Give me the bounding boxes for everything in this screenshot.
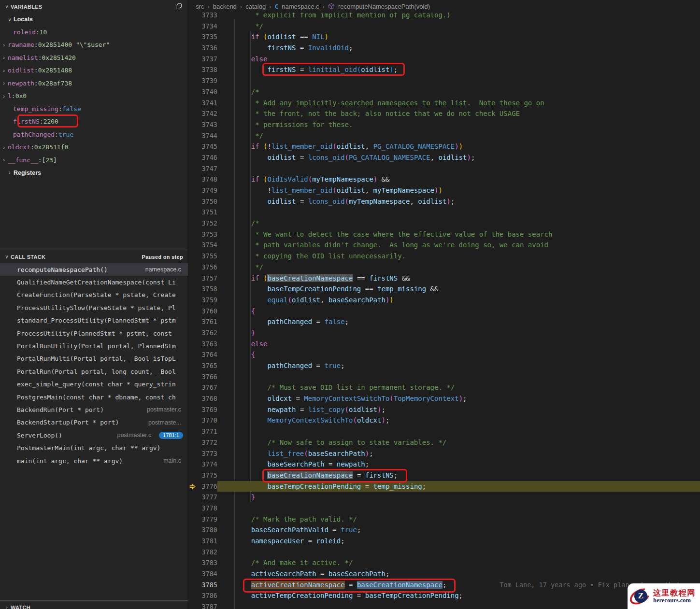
code-line[interactable]: 3762 } [188, 327, 700, 339]
line-number[interactable]: 3782 [197, 547, 217, 558]
line-number[interactable]: 3787 [197, 601, 217, 609]
variable-row[interactable]: ›__func__: [23] [0, 154, 187, 167]
code-line[interactable]: 3764 { [188, 349, 700, 360]
code-line[interactable]: 3757 if (baseCreationNamespace == firstN… [188, 273, 700, 284]
gutter[interactable] [188, 218, 197, 229]
code-line[interactable]: 3760 { [188, 306, 700, 317]
code-line[interactable]: 3778 [188, 503, 700, 514]
code-line-content[interactable]: * copying the OID list unnecessarily. [217, 251, 700, 262]
variable-row[interactable]: ›newpath: 0x28af738 [0, 77, 187, 90]
gutter[interactable] [188, 316, 197, 327]
variable-row[interactable]: temp_missing: false [0, 102, 187, 115]
code-line-content[interactable]: if (baseCreationNamespace == firstNS && [217, 273, 700, 284]
gutter[interactable] [188, 98, 197, 109]
code-line-content[interactable]: */ [217, 130, 700, 142]
code-line[interactable]: 3771 [188, 426, 700, 437]
gutter[interactable] [188, 360, 197, 371]
code-line-content[interactable]: if (!list_member_oid(oidlist, PG_CATALOG… [217, 141, 700, 152]
breadcrumb-item-file[interactable]: namespace.c [282, 3, 319, 10]
code-line[interactable]: 3773 list_free(baseSearchPath); [188, 448, 700, 459]
line-number[interactable]: 3735 [197, 31, 217, 42]
gutter[interactable] [188, 382, 197, 393]
code-line-content[interactable]: * Add any implicitly-searched namespaces… [217, 98, 700, 109]
code-line-content[interactable]: * permissions for these. [217, 119, 700, 130]
breadcrumb-item-backend[interactable]: backend [213, 3, 237, 10]
code-line[interactable]: 3743 * permissions for these. [188, 119, 700, 130]
line-number[interactable]: 3781 [197, 536, 217, 547]
code-line[interactable]: 3780 baseSearchPathValid = true; [188, 524, 700, 536]
code-line-content[interactable] [217, 163, 700, 174]
code-line[interactable]: 3738 firstNS = linitial_oid(oidlist); [188, 64, 700, 75]
code-line[interactable]: 3777 } [188, 492, 700, 503]
callstack-frame[interactable]: QualifiedNameGetCreationNamespace(const … [0, 276, 188, 288]
line-number[interactable]: 3744 [197, 130, 217, 142]
callstack-frame[interactable]: ProcessUtility(PlannedStmt * pstmt, cons… [0, 327, 188, 340]
code-line[interactable]: 3766 [188, 371, 700, 382]
code-line-content[interactable]: /* Must save OID list in permanent stora… [217, 382, 700, 393]
code-line[interactable]: 3744 */ [188, 130, 700, 142]
line-number[interactable]: 3771 [197, 426, 217, 437]
gutter[interactable] [188, 536, 197, 547]
gutter[interactable] [188, 371, 197, 382]
code-line-content[interactable]: /* Mark the path valid. */ [217, 514, 700, 525]
callstack-frame[interactable]: PortalRunMulti(Portal portal, _Bool isTo… [0, 353, 188, 365]
line-number[interactable]: 3776 [197, 481, 217, 492]
code-line[interactable]: 3767 /* Must save OID list in permanent … [188, 382, 700, 393]
code-line[interactable]: 3763 else [188, 339, 700, 350]
callstack-frame[interactable]: exec_simple_query(const char * query_str… [0, 378, 188, 391]
line-number[interactable]: 3766 [197, 371, 217, 382]
gutter[interactable] [188, 251, 197, 262]
line-number[interactable]: 3780 [197, 524, 217, 536]
gutter[interactable] [188, 119, 197, 130]
variable-row[interactable]: roleid: 10 [0, 26, 187, 39]
callstack-frame[interactable]: BackendStartup(Port * port)postmaste... [0, 416, 188, 429]
gutter[interactable] [188, 86, 197, 98]
gutter[interactable] [188, 295, 197, 306]
line-number[interactable]: 3748 [197, 174, 217, 185]
code-line-content[interactable]: } [217, 327, 700, 339]
code-line[interactable]: 3759 equal(oidlist, baseSearchPath)) [188, 295, 700, 306]
code-line-content[interactable]: } [217, 492, 700, 503]
code-line-content[interactable] [217, 207, 700, 218]
code-line[interactable]: 3761 pathChanged = false; [188, 316, 700, 327]
code-line[interactable]: 3779 /* Mark the path valid. */ [188, 514, 700, 525]
code-line-content[interactable]: else [217, 54, 700, 65]
line-number[interactable]: 3767 [197, 382, 217, 393]
callstack-frame[interactable]: recomputeNamespacePath()namespace.c [0, 263, 188, 276]
line-number[interactable]: 3756 [197, 262, 217, 273]
line-number[interactable]: 3761 [197, 316, 217, 327]
variable-row[interactable]: ›namelist: 0x2851420 [0, 51, 187, 64]
code-line-content[interactable]: * We want to detect the case where the e… [217, 229, 700, 240]
line-number[interactable]: 3752 [197, 218, 217, 229]
code-line[interactable]: 3737 else [188, 54, 700, 65]
gutter[interactable] [188, 459, 197, 470]
code-line-content[interactable] [217, 503, 700, 514]
gutter[interactable] [188, 448, 197, 459]
code-line-content[interactable] [217, 547, 700, 558]
gutter[interactable] [188, 240, 197, 251]
line-number[interactable]: 3759 [197, 295, 217, 306]
code-line[interactable]: 3785 activeCreationNamespace = baseCreat… [188, 580, 700, 591]
gutter[interactable] [188, 426, 197, 437]
line-number[interactable]: 3746 [197, 152, 217, 163]
code-line[interactable]: 3735 if (oidlist == NIL) [188, 31, 700, 42]
code-line[interactable]: 3786 activeTempCreationPending = baseTem… [188, 590, 700, 601]
code-line-content[interactable]: pathChanged = true; [217, 360, 700, 371]
line-number[interactable]: 3763 [197, 339, 217, 350]
gutter[interactable] [188, 580, 197, 591]
code-line[interactable]: 3782 [188, 547, 700, 558]
gutter[interactable] [188, 393, 197, 404]
code-line[interactable]: 3752 /* [188, 218, 700, 229]
watch-panel-header[interactable]: › WATCH [0, 601, 188, 609]
code-line[interactable]: 3781 namespaceUser = roleid; [188, 536, 700, 547]
code-line-content[interactable]: * path variables didn't change. As long … [217, 240, 700, 251]
code-line-content[interactable]: activeSearchPath = baseSearchPath; [217, 568, 700, 580]
line-number[interactable]: 3737 [197, 54, 217, 65]
code-line[interactable]: 3746 oidlist = lcons_oid(PG_CATALOG_NAME… [188, 152, 700, 163]
line-number[interactable]: 3741 [197, 98, 217, 109]
gutter[interactable] [188, 514, 197, 525]
variable-row[interactable]: firstNS: 2200 [0, 115, 187, 128]
code-line[interactable]: 3741 * Add any implicitly-searched names… [188, 98, 700, 109]
gutter[interactable] [188, 306, 197, 317]
code-line[interactable]: 3734 */ [188, 21, 700, 32]
